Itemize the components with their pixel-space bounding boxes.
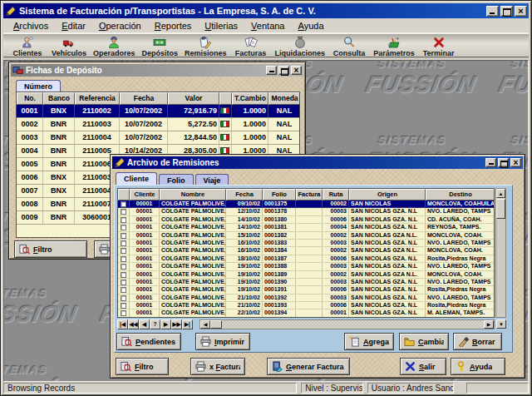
nav-button[interactable]: ▶▶ — [171, 319, 182, 329]
scroll-down-icon[interactable] — [496, 319, 506, 329]
borrar-button[interactable]: Borrar — [453, 333, 502, 350]
toolbar-button-terminar[interactable]: Terminar — [418, 35, 460, 58]
generar-factura-button[interactable]: Generar Factura — [267, 358, 350, 375]
row-checkbox[interactable] — [121, 256, 126, 262]
minimize-button[interactable] — [486, 6, 499, 17]
scroll-left-icon[interactable] — [200, 320, 210, 329]
table-row[interactable]: 00001COLGATE PALMOLIVE,09/10/02000137500… — [118, 200, 494, 208]
ayuda-button[interactable]: Ayuda — [451, 358, 505, 375]
column-header-folio[interactable]: Folio — [263, 189, 296, 200]
scroll-thumb[interactable] — [496, 199, 505, 219]
column-header-factura[interactable]: Factura — [296, 189, 323, 200]
scroll-track[interactable] — [222, 320, 484, 329]
column-header-no[interactable]: No. — [17, 92, 43, 105]
toolbar-button-clientes[interactable]: Clientes — [7, 35, 48, 58]
menu-item-ventana[interactable]: Ventana — [244, 20, 291, 32]
close-button[interactable] — [291, 66, 302, 75]
tab-folio[interactable]: Folio — [159, 174, 194, 186]
table-row[interactable]: 00001COLGATE PALMOLIVE,12/10/02000137800… — [118, 208, 494, 215]
agregar-button[interactable]: Agregar — [344, 333, 394, 350]
toolbar-button-depositos[interactable]: Depósitos — [139, 35, 182, 58]
maximize-button[interactable] — [498, 158, 509, 167]
nav-button[interactable]: ▶ — [160, 319, 171, 329]
row-checkbox[interactable] — [121, 240, 126, 246]
toolbar-button-facturas[interactable]: Facturas — [230, 35, 272, 58]
column-header-cliente[interactable]: Cliente — [130, 189, 160, 200]
column-header-origen[interactable]: Origen — [349, 189, 426, 200]
imprimir-button[interactable]: Imprimir — [195, 333, 250, 350]
row-checkbox[interactable] — [121, 303, 126, 309]
nav-button[interactable]: ◀◀ — [128, 319, 139, 329]
column-header-nombre[interactable]: Nombre — [160, 189, 226, 200]
toolbar-button-parametros[interactable]: Parámetros — [370, 35, 418, 58]
column-header-destino[interactable]: Destino — [426, 189, 495, 200]
column-header-fecha[interactable]: Fecha — [120, 92, 168, 105]
table-row[interactable]: 00001COLGATE PALMOLIVE,19/10/02000138900… — [118, 271, 494, 279]
vertical-scrollbar[interactable] — [495, 188, 506, 318]
nav-button[interactable]: ? — [150, 319, 160, 329]
table-row[interactable]: 00001COLGATE PALMOLIVE,19/10/02000138800… — [118, 263, 494, 270]
nav-button[interactable]: ◀ — [139, 319, 150, 329]
scroll-up-icon[interactable] — [496, 189, 505, 198]
column-header-banco[interactable]: Banco — [43, 92, 75, 105]
cambiar-button[interactable]: Cambiar — [399, 333, 449, 350]
row-checkbox[interactable] — [121, 225, 126, 230]
filtro-button[interactable]: Filtro — [116, 358, 169, 375]
salir-button[interactable]: Salir — [400, 358, 446, 375]
table-row[interactable]: 00001COLGATE PALMOLIVE,22/10/02000139400… — [118, 309, 494, 317]
table-row[interactable]: 00001COLGATE PALMOLIVE,14/10/02000138100… — [118, 224, 494, 231]
filtro-button[interactable]: Filtro — [14, 240, 87, 258]
table-row[interactable]: 00001COLGATE PALMOLIVE,21/10/02000139200… — [118, 295, 494, 302]
row-checkbox[interactable] — [121, 295, 126, 301]
scroll-right-icon[interactable] — [484, 320, 494, 329]
close-button[interactable] — [515, 6, 527, 17]
horizontal-scrollbar[interactable] — [200, 319, 495, 329]
tab-viaje[interactable]: Viaje — [195, 174, 229, 186]
toolbar-button-consulta[interactable]: Consulta — [328, 35, 370, 58]
table-row[interactable]: 0003BNR211000410/07/200212,844.501.0000N… — [17, 131, 299, 145]
table-row[interactable]: 00001COLGATE PALMOLIVE,16/10/02000138400… — [118, 247, 494, 255]
table-row[interactable]: 00001COLGATE PALMOLIVE,15/10/02000138200… — [118, 232, 494, 240]
nav-button[interactable]: |◀ — [117, 319, 128, 329]
row-checkbox[interactable] — [121, 264, 126, 270]
table-row[interactable]: 00001COLGATE PALMOLIVE,19/10/02000139100… — [118, 286, 494, 294]
row-checkbox[interactable] — [121, 280, 126, 285]
table-row[interactable]: 00001COLGATE PALMOLIVE,21/10/02000139300… — [118, 302, 494, 309]
row-checkbox[interactable] — [121, 287, 126, 293]
scroll-thumb[interactable] — [210, 320, 222, 329]
column-header-moneda[interactable]: Moneda — [268, 92, 300, 105]
menu-item-ayuda[interactable]: Ayuda — [292, 20, 331, 32]
row-checkbox[interactable] — [121, 248, 126, 254]
minimize-button[interactable] — [485, 158, 496, 167]
maximize-button[interactable] — [500, 6, 513, 17]
menu-item-utilerias[interactable]: Utilerias — [198, 20, 244, 32]
column-header-fecha[interactable]: Fecha — [226, 189, 263, 200]
tab-cliente[interactable]: Cliente — [116, 172, 157, 186]
table-row[interactable]: 00001COLGATE PALMOLIVE,14/10/02000138000… — [118, 216, 494, 224]
pendientes-button[interactable]: Pendientes — [116, 333, 181, 350]
toolbar-button-operadores[interactable]: Operadores — [90, 35, 139, 58]
toolbar-button-vehiculos[interactable]: Vehículos — [48, 35, 90, 58]
table-row[interactable]: 00001COLGATE PALMOLIVE,16/10/02000138300… — [118, 240, 494, 247]
nav-button[interactable]: ▶| — [182, 319, 193, 329]
row-checkbox[interactable] — [121, 310, 126, 316]
menu-item-reportes[interactable]: Reportes — [148, 20, 199, 32]
row-checkbox[interactable] — [121, 233, 126, 239]
row-checkbox[interactable] — [121, 272, 126, 278]
table-row[interactable]: 00001COLGATE PALMOLIVE,18/10/02000138700… — [118, 255, 494, 263]
table-row[interactable]: 00001COLGATE PALMOLIVE,19/10/02000139000… — [118, 279, 494, 286]
column-header[interactable] — [219, 92, 232, 105]
minimize-button[interactable] — [266, 66, 277, 75]
menu-item-editar[interactable]: Editar — [55, 20, 92, 32]
table-row[interactable]: 0002BNR211000310/07/20025,272.501.0000NA… — [17, 118, 299, 131]
column-header-referencia[interactable]: Referencia — [75, 92, 120, 105]
row-checkbox[interactable] — [121, 217, 126, 223]
column-header-valor[interactable]: Valor — [168, 92, 219, 105]
close-button[interactable] — [510, 158, 521, 167]
x-facturar-button[interactable]: x Facturar — [190, 358, 245, 375]
column-header-t-cambio[interactable]: T.Cambio — [232, 92, 268, 105]
maximize-button[interactable] — [278, 66, 289, 75]
row-checkbox[interactable] — [121, 201, 126, 207]
toolbar-button-remisiones[interactable]: Remisiones — [181, 35, 230, 58]
table-row[interactable]: 0001BNX211000210/07/200272,916.791.0000N… — [17, 105, 299, 118]
